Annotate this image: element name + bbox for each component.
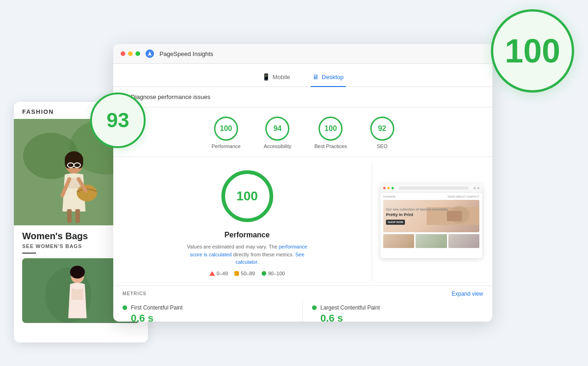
score-badge-93-value: 93	[107, 109, 129, 132]
metrics-section: METRICS Expand view First Contentful Pai…	[113, 285, 492, 322]
legend-green-label: 90–100	[268, 271, 285, 276]
browser-dot-green	[135, 51, 140, 56]
score-accessibility-circle: 94	[265, 117, 289, 141]
scene: FASHION	[0, 0, 588, 366]
gauge-container: 100	[217, 166, 277, 226]
gauge-number: 100	[236, 189, 258, 204]
preview-browser: FASHION SHOP ABOUT CONTACT O	[380, 184, 482, 258]
preview-banner: Our new collection of fashion essentials…	[383, 200, 479, 232]
tab-mobile-label: Mobile	[273, 74, 290, 81]
score-seo-value: 92	[378, 124, 386, 133]
browser-content: 📱 Mobile 🖥 Desktop Diagnose performance …	[113, 64, 492, 322]
legend-red: 0–49	[209, 271, 228, 276]
score-performance-label: Performance	[211, 143, 240, 149]
preview-shop-button[interactable]: SHOP NOW	[386, 219, 405, 225]
metric-fcp: First Contentful Paint 0.6 s	[122, 301, 303, 322]
preview-nav: FASHION SHOP ABOUT CONTACT	[383, 195, 479, 198]
preview-banner-title: Pretty In Print	[386, 212, 448, 218]
mobile-icon: 📱	[262, 73, 270, 81]
score-performance: 100 Performance	[211, 117, 240, 149]
browser-title: PageSpeed Insights	[159, 50, 213, 57]
preview-dot-yellow	[387, 187, 390, 189]
desktop-icon: 🖥	[312, 73, 319, 81]
score-performance-value: 100	[220, 124, 233, 133]
score-seo-label: SEO	[377, 143, 387, 149]
metrics-header: METRICS Expand view	[122, 286, 483, 301]
tab-mobile[interactable]: 📱 Mobile	[260, 69, 292, 87]
metric-lcp-dot	[312, 305, 317, 310]
score-best-practices-value: 100	[325, 124, 337, 133]
preview-thumb-1	[383, 234, 414, 248]
fashion-divider	[22, 253, 36, 254]
performance-section: 100 Performance Values are estimated and…	[122, 161, 372, 281]
preview-bar	[380, 184, 482, 192]
score-best-practices: 100 Best Practices	[314, 117, 347, 149]
score-accessibility-label: Accessibility	[263, 143, 291, 149]
preview-banner-text: Our new collection of fashion essentials…	[386, 207, 448, 225]
legend-dot-red	[209, 271, 215, 276]
score-accessibility: 94 Accessibility	[263, 117, 291, 149]
svg-rect-14	[75, 209, 80, 223]
legend-red-label: 0–49	[217, 271, 228, 276]
metrics-grid: First Contentful Paint 0.6 s Largest Con…	[122, 301, 483, 322]
tab-desktop[interactable]: 🖥 Desktop	[311, 69, 346, 87]
legend-dot-amber	[234, 271, 239, 276]
metric-lcp-value: 0.6 s	[312, 312, 483, 322]
main-content: 100 Performance Values are estimated and…	[113, 157, 492, 285]
legend-green: 90–100	[262, 271, 285, 276]
metrics-title: METRICS	[122, 291, 147, 296]
preview-dot-red	[383, 187, 386, 189]
score-performance-circle: 100	[214, 117, 238, 141]
legend-amber-label: 50–89	[241, 271, 255, 276]
performance-description: Values are estimated and may vary. The p…	[183, 243, 312, 266]
metric-fcp-name: First Contentful Paint	[131, 304, 183, 311]
preview-content: FASHION SHOP ABOUT CONTACT O	[380, 192, 482, 251]
svg-rect-24	[447, 211, 462, 221]
metric-lcp-name: Largest Contentful Paint	[320, 304, 380, 311]
metric-fcp-header: First Contentful Paint	[122, 304, 293, 311]
score-seo: 92 SEO	[370, 117, 394, 149]
diagnose-text: Diagnose performance issues	[131, 93, 210, 100]
preview-thumb-3	[448, 234, 479, 248]
diagnose-row: Diagnose performance issues	[113, 87, 492, 107]
scores-row: 100 Performance 94 Accessibility 100 Bes…	[113, 107, 492, 157]
metric-fcp-value: 0.6 s	[122, 312, 293, 322]
metric-lcp-header: Largest Contentful Paint	[312, 304, 483, 311]
score-badge-100-large: 100	[491, 9, 574, 93]
score-badge-93: 93	[90, 93, 146, 148]
browser-window: PageSpeed Insights 📱 Mobile 🖥 Desktop Di…	[113, 44, 492, 322]
preview-dot-green	[392, 187, 394, 189]
expand-link[interactable]: Expand view	[452, 291, 483, 297]
score-best-practices-label: Best Practices	[314, 143, 347, 149]
browser-dot-red	[121, 51, 125, 56]
svg-rect-13	[67, 209, 72, 223]
legend-row: 0–49 50–89 90–100	[209, 271, 285, 276]
preview-thumb-2	[416, 234, 447, 248]
legend-dot-green	[262, 271, 266, 276]
legend-amber: 50–89	[234, 271, 255, 276]
tab-desktop-label: Desktop	[322, 74, 344, 81]
browser-bar: PageSpeed Insights	[113, 44, 492, 64]
preview-site-name: FASHION	[383, 195, 395, 198]
score-accessibility-value: 94	[273, 124, 282, 133]
preview-thumb-row	[383, 234, 479, 248]
metric-lcp: Largest Contentful Paint 0.6 s	[303, 301, 483, 322]
browser-dot-yellow	[128, 51, 133, 56]
browser-dots	[121, 51, 140, 56]
score-badge-100-large-value: 100	[505, 32, 560, 70]
preview-section: FASHION SHOP ABOUT CONTACT O	[372, 161, 483, 281]
pagespeed-logo	[146, 50, 154, 58]
score-best-practices-circle: 100	[318, 117, 343, 141]
performance-title: Performance	[225, 231, 270, 239]
score-seo-circle: 92	[370, 117, 394, 141]
svg-point-18	[70, 266, 85, 279]
tabs-row: 📱 Mobile 🖥 Desktop	[113, 64, 492, 87]
svg-point-10	[77, 185, 97, 201]
metric-fcp-dot	[122, 305, 127, 310]
